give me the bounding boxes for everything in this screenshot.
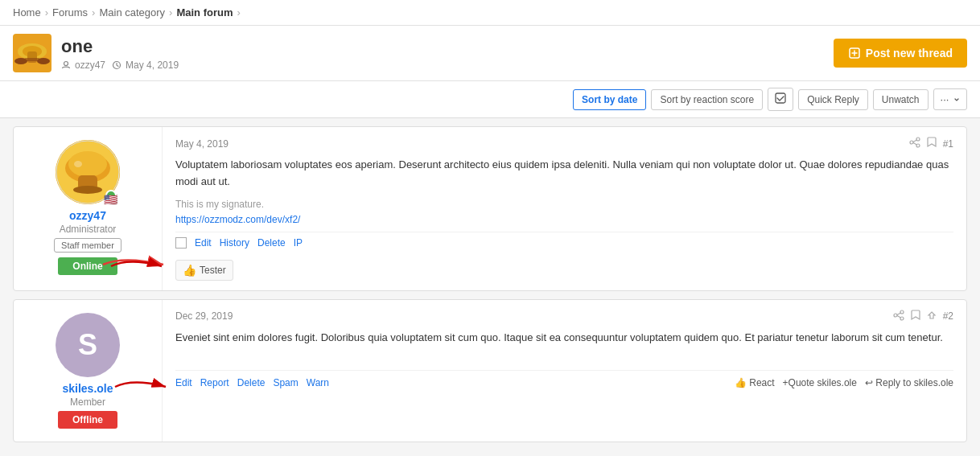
post-content-2: Dec 29, 2019 #2 Eveniet sint enim dolore… [163,300,966,442]
post-history-link-1[interactable]: History [220,237,249,249]
sort-by-reaction-button[interactable]: Sort by reaction score [651,89,763,110]
react-face-icon-1: 👍 [183,264,196,277]
post-num-1: #1 [943,138,953,150]
post-delete-link-2[interactable]: Delete [237,377,266,388]
mark-read-button[interactable] [768,88,793,111]
post-date-1: May 4, 2019 [175,138,229,150]
breadcrumb: Home › Forums › Main category › Main for… [0,0,980,26]
thread-sub-meta: ozzy47 May 4, 2019 [61,60,179,71]
toolbar: Sort by date Sort by reaction score Quic… [0,81,980,118]
breadcrumb-main-category[interactable]: Main category [99,6,165,18]
more-options-button[interactable]: ··· [933,88,967,110]
post-card-1: 🇺🇸 ozzy47 Administrator Staff member Onl… [13,126,967,291]
post-checkbox-1[interactable] [175,237,187,249]
breadcrumb-sep-2: › [92,6,95,18]
annotation-arrow-2 [111,376,171,398]
thread-header: one ozzy47 May 4, 2019 Post new thread [0,26,980,81]
thread-title: one [61,36,179,57]
svg-point-3 [18,43,47,60]
reaction-username-1: Tester [200,265,226,276]
bookmark-icon-2[interactable] [911,310,920,323]
avatar-2: S [56,313,120,377]
svg-point-20 [910,141,913,144]
quote-button-2[interactable]: +Quote skiles.ole [783,377,857,388]
breadcrumb-forums[interactable]: Forums [52,6,88,18]
post-delete-link-1[interactable]: Delete [257,237,286,249]
sort-by-date-button[interactable]: Sort by date [573,89,646,110]
thread-meta: one ozzy47 May 4, 2019 [61,36,179,71]
post-body-2: Eveniet sint enim dolores fugit. Dolorib… [175,330,953,347]
unwatch-button[interactable]: Unwatch [873,89,929,110]
svg-point-6 [37,58,50,64]
breadcrumb-sep-1: › [45,6,48,18]
post-date-row-2: Dec 29, 2019 #2 [175,310,953,323]
post-new-thread-button[interactable]: Post new thread [834,39,967,68]
post-actions-right-2: #2 [893,310,953,323]
thread-title-area: one ozzy47 May 4, 2019 [13,34,179,72]
online-status-2: Offline [58,411,117,429]
post-footer-right-2: 👍 React +Quote skiles.ole ↩ Reply to ski… [735,377,953,388]
thread-author-meta: ozzy47 [61,60,105,71]
annotation-arrow-1 [107,255,167,277]
username-1[interactable]: ozzy47 [69,209,106,222]
staff-badge-1: Staff member [54,238,121,253]
reaction-tester-1: 👍 Tester [175,260,233,281]
post-warn-link-2[interactable]: Warn [307,377,329,388]
user-role-2: Member [70,396,105,408]
share-icon-1[interactable] [909,137,920,150]
reply-button-2[interactable]: ↩ Reply to skiles.ole [865,377,953,388]
thread-icon [13,34,51,72]
svg-point-25 [894,314,897,317]
post-report-link-2[interactable]: Report [200,377,229,388]
share-icon-2[interactable] [893,310,904,323]
post-date-row-1: May 4, 2019 #1 [175,137,953,150]
post-actions-right-1: #1 [909,137,953,150]
react-button-2[interactable]: 👍 React [735,377,775,388]
breadcrumb-sep-4: › [237,6,241,18]
post-card-2: S skiles.ole Member Offline Dec 29, 2019 [13,299,967,442]
post-sig-label-1: This is my signature. [175,199,953,210]
breadcrumb-sep-3: › [169,6,172,18]
post-num-2: #2 [943,310,953,322]
upvote-icon-2[interactable] [927,310,937,322]
post-content-1: May 4, 2019 #1 Voluptatem laboriosam vol… [163,127,966,290]
post-footer-2: Edit Report Delete Spam Warn 👍 React +Qu… [175,370,953,388]
post-body-1: Voluptatem laboriosam voluptates eos ape… [175,157,953,191]
breadcrumb-home[interactable]: Home [13,6,41,18]
post-sig-link-1[interactable]: https://ozzmodz.com/dev/xf2/ [175,214,300,225]
post-edit-link-1[interactable]: Edit [195,237,212,249]
post-footer-left-2: Edit Report Delete Spam Warn [175,377,329,388]
username-2[interactable]: skiles.ole [62,382,113,395]
post-spam-link-2[interactable]: Spam [273,377,298,388]
user-role-1: Administrator [60,224,117,235]
post-ip-link-1[interactable]: IP [294,237,303,249]
post-edit-link-2[interactable]: Edit [175,377,192,388]
thread-date-meta: May 4, 2019 [112,60,179,71]
avatar-1: 🇺🇸 [56,140,120,204]
posts-area: 🇺🇸 ozzy47 Administrator Staff member Onl… [0,118,980,450]
bookmark-icon-1[interactable] [927,137,937,150]
svg-point-5 [14,58,27,64]
post-sidebar-2: S skiles.ole Member Offline [14,300,163,442]
post-inline-actions-1: Edit History Delete IP [175,232,953,249]
svg-point-7 [64,61,68,65]
quick-reply-button[interactable]: Quick Reply [798,89,868,110]
breadcrumb-main-forum[interactable]: Main forum [176,6,233,18]
post-date-2: Dec 29, 2019 [175,310,233,322]
